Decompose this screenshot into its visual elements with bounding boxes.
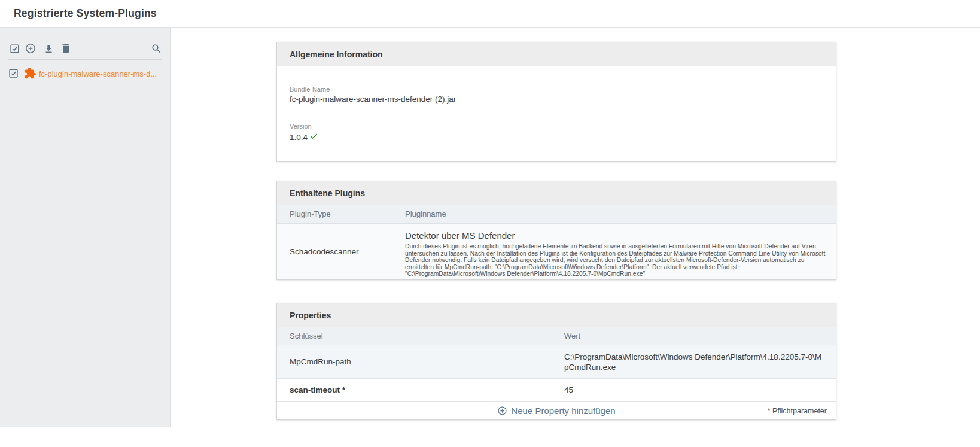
bundle-name-label: Bundle-Name (290, 86, 456, 93)
plugin-description: Durch dieses Plugin ist es möglich, hoch… (405, 243, 831, 278)
checkbox-checked-icon (8, 68, 19, 79)
properties-footer: Neue Property hinzufügen * Pflichtparame… (277, 402, 836, 420)
property-value-text: C:\ProgramData\Microsoft\Windows Defende… (564, 352, 825, 372)
card-plugins-title: Enthaltene Plugins (290, 181, 365, 205)
card-properties-title: Properties (290, 303, 331, 327)
plugins-table-row: Schadcodescanner Detektor über MS Defend… (277, 224, 836, 279)
column-key: Schlüssel (290, 327, 323, 345)
card-general-info: Allgemeine Information Bundle-Name fc-pl… (276, 42, 836, 162)
property-value-field[interactable]: 45 (564, 379, 825, 401)
card-properties-header: Properties (277, 303, 836, 327)
plugin-name: Detektor über MS Defender (405, 230, 832, 241)
property-value-text: 45 (564, 385, 573, 395)
add-property-button[interactable]: Neue Property hinzufügen (277, 402, 836, 420)
property-row: scan-timeout * 45 (277, 379, 836, 402)
card-general-header: Allgemeine Information (277, 42, 836, 66)
page-header: Registrierte System-Plugins (0, 0, 980, 28)
search-icon (151, 43, 162, 54)
screen: Registrierte System-Plugins fc-plugin-ma (0, 0, 980, 447)
plugin-item-checkbox[interactable] (8, 68, 19, 81)
version-field: Version 1.0.4 (290, 123, 318, 142)
plugins-table-header: Plugin-Type Pluginname (277, 205, 836, 224)
property-value-field[interactable]: C:\ProgramData\Microsoft\Windows Defende… (564, 345, 825, 378)
plugin-name-cell: Detektor über MS Defender Durch dieses P… (405, 230, 832, 278)
card-contained-plugins: Enthaltene Plugins Plugin-Type Pluginnam… (276, 181, 836, 280)
bundle-name-field: Bundle-Name fc-plugin-malware-scanner-ms… (290, 86, 456, 104)
toolbar-divider (8, 59, 162, 60)
plus-circle-icon (497, 406, 507, 416)
add-plugin-button[interactable] (24, 42, 37, 55)
plugin-list-item[interactable]: fc-plugin-malware-scanner-ms-d... (0, 66, 171, 83)
column-plugin-name: Pluginname (405, 205, 446, 223)
property-key: scan-timeout * (290, 379, 553, 401)
property-key: MpCmdRun-path (290, 345, 553, 378)
plus-circle-icon (25, 42, 36, 54)
checkbox-checked-icon (9, 43, 20, 54)
version-label: Version (290, 123, 318, 130)
plugin-type-cell: Schadcodescanner (290, 224, 405, 279)
select-all-checkbox[interactable] (8, 42, 21, 55)
sidebar: fc-plugin-malware-scanner-ms-d... (0, 28, 171, 427)
bundle-name-value: fc-plugin-malware-scanner-ms-defender (2… (290, 95, 456, 104)
download-icon (43, 43, 54, 54)
add-property-label: Neue Property hinzufügen (511, 406, 615, 416)
trash-icon (60, 42, 72, 54)
page-title: Registrierte System-Plugins (14, 0, 157, 27)
version-ok-check-icon (309, 132, 318, 142)
delete-plugin-button[interactable] (59, 42, 72, 55)
download-plugin-button[interactable] (42, 42, 55, 55)
puzzle-icon (24, 67, 36, 82)
search-button[interactable] (150, 42, 163, 55)
column-value: Wert (564, 327, 580, 345)
column-plugin-type: Plugin-Type (290, 205, 331, 223)
properties-table-header: Schlüssel Wert (277, 327, 836, 345)
card-plugins-header: Enthaltene Plugins (277, 181, 836, 205)
version-value: 1.0.4 (290, 133, 308, 142)
property-row: MpCmdRun-path C:\ProgramData\Microsoft\W… (277, 345, 836, 379)
card-general-title: Allgemeine Information (290, 42, 383, 66)
card-properties: Properties Schlüssel Wert MpCmdRun-path … (276, 303, 836, 420)
required-note: * Pflichtparameter (768, 402, 827, 420)
plugin-item-label[interactable]: fc-plugin-malware-scanner-ms-d... (39, 66, 157, 82)
